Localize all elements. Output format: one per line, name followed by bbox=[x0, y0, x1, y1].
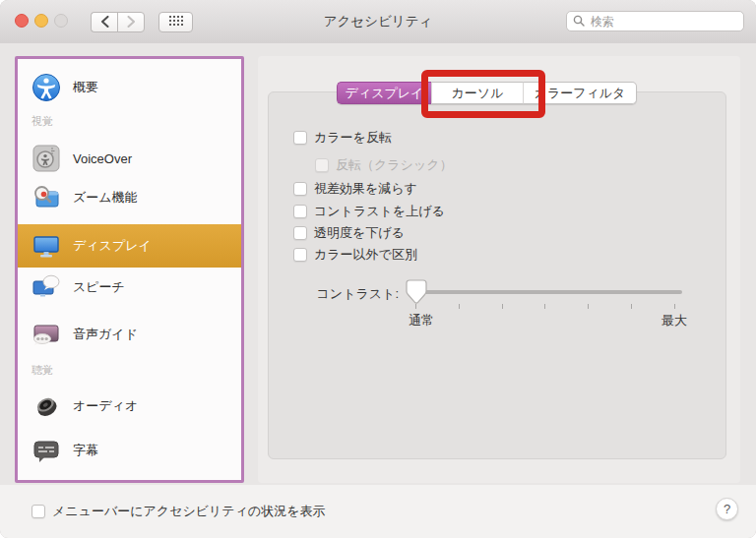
checkbox-label: 反転（クラシック） bbox=[336, 156, 453, 174]
search-input[interactable] bbox=[589, 14, 737, 30]
contrast-slider-ticks bbox=[415, 304, 675, 309]
search-field[interactable] bbox=[566, 11, 744, 31]
sidebar-item-label: ディスプレイ bbox=[73, 237, 152, 255]
checkbox-row-reduce-motion[interactable]: 視差効果を減らす bbox=[293, 180, 417, 198]
sidebar-item-label: スピーチ bbox=[73, 278, 125, 296]
checkbox-menubar-status[interactable] bbox=[32, 505, 45, 518]
sidebar-item-label: ズーム機能 bbox=[73, 189, 138, 207]
checkbox-label: 視差効果を減らす bbox=[314, 180, 417, 198]
checkbox-row-invert-classic: 反転（クラシック） bbox=[315, 156, 453, 174]
tab-cursor[interactable]: カーソル bbox=[431, 82, 524, 104]
sidebar-item-captions[interactable]: 字幕 bbox=[18, 431, 241, 470]
contrast-slider-label: コントラスト: bbox=[295, 285, 399, 303]
sidebar-item-label: 字幕 bbox=[73, 442, 98, 459]
contrast-slider-track[interactable] bbox=[413, 290, 682, 294]
captions-icon bbox=[32, 436, 61, 465]
checkbox-row-differentiate-without-color[interactable]: カラー以外で区別 bbox=[293, 246, 417, 264]
sidebar-item-label: 概要 bbox=[73, 79, 98, 96]
tab-display[interactable]: ディスプレイ bbox=[337, 82, 431, 104]
checkbox-label: コントラストを上げる bbox=[314, 203, 445, 220]
accessibility-overview-icon bbox=[32, 73, 61, 102]
contrast-slider-thumb[interactable] bbox=[406, 279, 427, 305]
checkbox-differentiate-without-color[interactable] bbox=[293, 248, 307, 262]
checkbox-row-reduce-transparency[interactable]: 透明度を下げる bbox=[293, 224, 405, 242]
checkbox-invert-colors[interactable] bbox=[293, 131, 307, 145]
checkbox-label: 透明度を下げる bbox=[314, 224, 405, 242]
contrast-max-label: 最大 bbox=[640, 312, 687, 329]
checkbox-row-invert-colors[interactable]: カラーを反転 bbox=[293, 129, 392, 147]
audio-descriptions-icon bbox=[32, 320, 61, 349]
title-bar: アクセシビリティ bbox=[0, 0, 756, 44]
speaker-icon bbox=[32, 391, 61, 421]
search-icon bbox=[573, 13, 585, 30]
checkbox-label: メニューバーにアクセシビリティの状況を表示 bbox=[52, 503, 326, 520]
tab-color-filters[interactable]: カラーフィルタ bbox=[524, 82, 637, 104]
checkbox-invert-classic bbox=[315, 158, 329, 172]
help-button[interactable]: ? bbox=[716, 498, 738, 520]
sidebar-item-label: VoiceOver bbox=[73, 151, 132, 166]
system-preferences-window: アクセシビリティ 概要 視覚 bbox=[0, 0, 756, 538]
checkbox-increase-contrast[interactable] bbox=[293, 205, 307, 218]
checkbox-label: カラー以外で区別 bbox=[314, 246, 417, 264]
sidebar-item-zoom[interactable]: ズーム機能 bbox=[18, 178, 241, 217]
tab-bar: ディスプレイ カーソル カラーフィルタ bbox=[337, 82, 637, 104]
checkbox-reduce-motion[interactable] bbox=[293, 182, 307, 196]
checkbox-row-menubar-status[interactable]: メニューバーにアクセシビリティの状況を表示 bbox=[32, 503, 326, 520]
content-area: 概要 視覚 VoiceOver bbox=[0, 43, 756, 485]
checkbox-row-increase-contrast[interactable]: コントラストを上げる bbox=[293, 203, 445, 220]
sidebar-item-label: 音声ガイド bbox=[73, 326, 138, 343]
sidebar-section-hearing: 聴覚 bbox=[32, 363, 53, 378]
sidebar: 概要 視覚 VoiceOver bbox=[15, 56, 244, 483]
display-icon bbox=[32, 231, 61, 261]
checkbox-label: カラーを反転 bbox=[314, 129, 392, 147]
checkbox-reduce-transparency[interactable] bbox=[293, 226, 307, 240]
sidebar-item-voiceover[interactable]: VoiceOver bbox=[18, 139, 241, 178]
sidebar-item-label: オーディオ bbox=[73, 397, 138, 415]
zoom-feature-icon bbox=[32, 183, 61, 212]
sidebar-item-speech[interactable]: スピーチ bbox=[18, 268, 241, 307]
contrast-min-label: 通常 bbox=[398, 312, 445, 329]
speech-icon bbox=[32, 272, 61, 302]
sidebar-item-audio[interactable]: オーディオ bbox=[18, 387, 241, 426]
footer-bar: メニューバーにアクセシビリティの状況を表示 ? bbox=[0, 485, 756, 538]
sidebar-item-audio-descriptions[interactable]: 音声ガイド bbox=[18, 315, 241, 354]
sidebar-section-vision: 視覚 bbox=[32, 114, 53, 129]
sidebar-item-overview[interactable]: 概要 bbox=[18, 68, 241, 107]
tab-content-box bbox=[268, 91, 726, 459]
sidebar-item-display[interactable]: ディスプレイ bbox=[18, 224, 241, 268]
voiceover-icon bbox=[32, 144, 61, 173]
